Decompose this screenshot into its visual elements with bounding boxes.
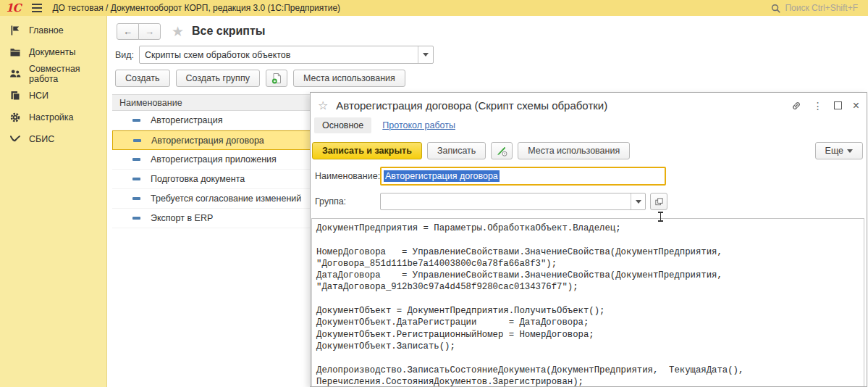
usage-button[interactable]: Места использования — [293, 70, 405, 87]
sidebar-item-label: Совместная работа — [29, 64, 106, 84]
group-field-row: Группа: — [315, 193, 867, 210]
sidebar-item-glavnoe[interactable]: Главное — [0, 20, 106, 41]
create-button[interactable]: Создать — [115, 70, 170, 87]
row-label: Экспорт в ERP — [151, 213, 213, 223]
flag-icon — [9, 25, 21, 36]
close-icon[interactable]: × — [853, 100, 859, 112]
code-line: "Договора_851d111be7a14003800c0a78fa66a8… — [316, 259, 859, 270]
view-value: Скрипты схем обработок объектов — [145, 50, 290, 60]
code-editor[interactable]: ДокументПредприятия = Параметры.Обработк… — [311, 218, 864, 386]
create-copy-button[interactable] — [266, 70, 287, 87]
name-label: Наименование: — [315, 171, 380, 181]
tab-osnovnoe[interactable]: Основное — [314, 117, 371, 133]
chevron-down-icon[interactable] — [418, 46, 433, 63]
code-line: ДокументОбъект.РегистрационныйНомер = Но… — [316, 330, 859, 341]
favorites-star-icon[interactable]: ★ — [172, 25, 184, 38]
kebab-menu-icon[interactable]: ⋮ — [813, 101, 823, 111]
row-label: Требуется согласование изменений — [151, 194, 301, 204]
script-item-icon — [132, 217, 140, 220]
global-search[interactable]: Поиск Ctrl+Shift+F — [770, 3, 858, 14]
dialog-tabs: Основное Протокол работы — [314, 117, 867, 134]
script-item-icon — [132, 158, 140, 161]
dialog-header: ☆ Авторегистрация договора (Скрипт схемы… — [311, 93, 867, 112]
chevron-down-icon[interactable] — [631, 194, 645, 209]
row-label: Авторегистрация договора — [151, 136, 264, 146]
people-icon — [9, 68, 21, 80]
favorite-star-icon[interactable]: ☆ — [318, 100, 328, 112]
row-label: Подготовка документа — [151, 174, 245, 184]
navigation-row: ← → ★ Все скрипты — [117, 22, 868, 40]
save-close-button[interactable]: Записать и закрыть — [312, 142, 422, 159]
titlebar: 1С ДО тестовая / Документооборот КОРП, р… — [0, 0, 868, 17]
code-line: "ДатаДоговора_912b30c97a4d458f9280cac013… — [316, 282, 859, 294]
sidebar-item-nsi[interactable]: НСИ — [0, 85, 106, 107]
sidebar-item-label: Главное — [29, 25, 64, 36]
code-line: НомерДоговора = УправлениеСвойствами.Зна… — [316, 247, 859, 259]
code-line: ДокументПредприятия = Параметры.Обработк… — [316, 223, 859, 235]
script-item-icon — [132, 197, 140, 200]
window-controls: ⋮ × — [791, 100, 859, 112]
view-label: Вид: — [115, 50, 134, 60]
sidebar-item-nastroyka[interactable]: Настройка — [0, 107, 106, 128]
search-placeholder: Поиск Ctrl+Shift+F — [785, 3, 858, 13]
one-c-logo: 1С — [6, 3, 20, 14]
save-button[interactable]: Записать — [427, 142, 486, 159]
dialog-title: Авторегистрация договора (Скрипт схемы о… — [336, 99, 607, 112]
code-line: Делопроизводство.ЗаписатьСостояниеДокуме… — [316, 365, 859, 377]
protocol-pen-button[interactable] — [491, 142, 513, 159]
sidebar-item-label: НСИ — [29, 91, 49, 101]
pages-icon — [9, 90, 21, 101]
tab-protokol-raboty[interactable]: Протокол работы — [382, 120, 455, 130]
main-menu-button[interactable] — [32, 4, 42, 12]
script-item-icon — [133, 139, 141, 142]
back-button[interactable]: ← — [117, 23, 139, 40]
group-input[interactable] — [380, 193, 646, 210]
app-window: 1С ДО тестовая / Документооборот КОРП, р… — [0, 0, 868, 387]
get-link-icon[interactable] — [791, 100, 802, 112]
create-group-button[interactable]: Создать группу — [176, 70, 260, 87]
name-input[interactable]: Авторегистрация договора — [380, 167, 666, 186]
row-label: Авторегистрация — [151, 115, 222, 125]
group-label: Группа: — [315, 196, 380, 207]
code-line — [316, 353, 859, 365]
name-field-row: Наименование: Авторегистрация договора — [315, 167, 867, 186]
code-line: ДокументОбъект = ДокументПредприятия.Пол… — [316, 306, 859, 317]
group-open-button[interactable] — [650, 193, 667, 210]
app-title: ДО тестовая / Документооборот КОРП, реда… — [52, 3, 340, 13]
maximize-icon[interactable] — [834, 101, 842, 109]
view-select[interactable]: Скрипты схем обработок объектов — [139, 46, 434, 64]
search-icon — [770, 3, 781, 14]
page-title: Все скрипты — [192, 25, 265, 38]
sidebar-item-label: Документы — [29, 47, 75, 57]
pen-clock-icon — [495, 144, 508, 157]
sidebar-item-label: СБИС — [29, 134, 54, 144]
code-line: ДатаДоговора = УправлениеСвойствами.Знач… — [316, 270, 859, 282]
sidebar-item-sovmestnaya-rabota[interactable]: Совместная работа — [0, 63, 106, 85]
open-item-icon — [654, 197, 664, 207]
code-line: Перечисления.СостоянияДокументов.Зарегис… — [316, 377, 859, 386]
selected-text: Авторегистрация договора — [384, 170, 500, 182]
list-toolbar: Создать Создать группу Места использован… — [115, 70, 868, 87]
sbis-bird-icon — [9, 133, 21, 145]
dialog-usage-button[interactable]: Места использования — [518, 142, 630, 159]
folder-icon — [9, 46, 21, 58]
sidebar-item-sbis[interactable]: СБИС — [0, 128, 106, 150]
code-line: ДокументОбъект.ДатаРегистрации = ДатаДог… — [316, 317, 859, 329]
sidebar: Главное Документы Совместная работа НСИ … — [0, 16, 107, 387]
sidebar-item-dokumenty[interactable]: Документы — [0, 41, 106, 63]
column-header-label: Наименование — [119, 98, 182, 108]
sidebar-item-label: Настройка — [29, 112, 74, 122]
code-line: ДокументОбъект.Записать(); — [316, 341, 859, 353]
dialog-toolbar: Записать и закрыть Записать Места исполь… — [312, 142, 863, 159]
code-line — [316, 235, 859, 246]
more-button[interactable]: Еще — [815, 142, 863, 159]
code-line — [316, 294, 859, 306]
script-item-icon — [132, 119, 140, 122]
row-label: Авторегистрация приложения — [151, 154, 277, 165]
more-label: Еще — [825, 146, 843, 156]
script-item-icon — [132, 178, 140, 180]
forward-button[interactable]: → — [138, 23, 161, 40]
view-filter-row: Вид: Скрипты схем обработок объектов — [115, 46, 868, 64]
copy-document-icon — [270, 72, 283, 85]
gear-icon — [9, 112, 21, 123]
